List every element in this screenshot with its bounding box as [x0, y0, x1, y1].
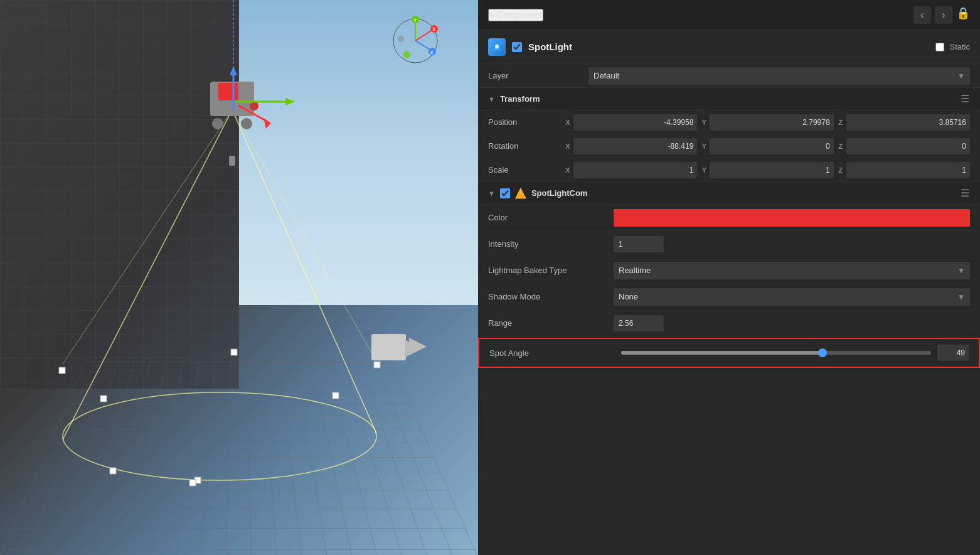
component-enabled-checkbox[interactable] — [512, 42, 522, 52]
lightmap-label: Lightmap Baked Type — [488, 266, 614, 275]
svg-line-24 — [415, 30, 433, 41]
spot-angle-slider-fill — [621, 351, 823, 355]
svg-text:Y: Y — [413, 18, 417, 23]
layer-select-wrapper: Default TransparentFX Ignore Raycast Wat… — [589, 67, 970, 85]
spot-angle-slider-thumb[interactable] — [818, 348, 827, 357]
shadow-row: Shadow Mode None Hard Shadows Soft Shado… — [478, 284, 980, 310]
transform-collapse-icon[interactable]: ▼ — [488, 95, 495, 103]
svg-point-31 — [398, 36, 404, 42]
position-x-field: X — [563, 114, 697, 131]
rotation-label: Rotation — [488, 141, 563, 151]
color-label: Color — [488, 213, 614, 222]
rotation-x-input[interactable] — [573, 138, 697, 154]
scale-z-input[interactable] — [846, 162, 970, 178]
topbar-nav: ‹ › 🔒 — [913, 6, 970, 24]
orientation-gizmo: Y X Z — [390, 16, 440, 66]
static-label: Static — [949, 42, 970, 51]
transform-menu-icon[interactable]: ☰ — [961, 93, 970, 105]
position-x-input[interactable] — [573, 114, 697, 131]
position-z-field: Z — [836, 114, 970, 131]
shadow-label: Shadow Mode — [488, 292, 614, 301]
y-axis-label: Y — [700, 119, 708, 126]
scale-z-field: Z — [836, 162, 970, 178]
shadow-select[interactable]: None Hard Shadows Soft Shadows — [614, 288, 970, 306]
rotation-y-input[interactable] — [710, 138, 833, 154]
range-row: Range — [478, 310, 980, 337]
spotlight-icon — [488, 38, 506, 56]
spot-angle-value-input[interactable] — [937, 345, 969, 361]
nav-next-button[interactable]: › — [935, 6, 952, 24]
svg-point-34 — [495, 45, 499, 48]
layer-select[interactable]: Default TransparentFX Ignore Raycast Wat… — [589, 67, 970, 85]
camera-object — [371, 334, 406, 360]
scale-y-field: Y — [700, 162, 833, 178]
position-row: Position X Y Z — [478, 110, 980, 134]
sky-panel — [239, 0, 478, 305]
rotation-row: Rotation X Y Z — [478, 134, 980, 158]
spot-angle-row: Spot Angle — [478, 338, 980, 368]
topbar-left: + Component — [488, 9, 543, 21]
rotation-y-field: Y — [700, 138, 833, 154]
spotlightcom-menu-icon[interactable]: ☰ — [961, 187, 970, 199]
scale-z-label: Z — [836, 166, 845, 174]
spot-angle-slider-track[interactable] — [621, 351, 931, 355]
add-component-button[interactable]: + Component — [488, 9, 543, 21]
spot-angle-label: Spot Angle — [489, 348, 615, 358]
grid-wall — [0, 0, 239, 389]
spotlightcom-title: SpotLightCom — [531, 188, 956, 198]
scale-y-input[interactable] — [710, 162, 833, 178]
scale-xyz: X Y Z — [563, 162, 970, 178]
position-z-input[interactable] — [846, 114, 970, 131]
nav-prev-button[interactable]: ‹ — [913, 6, 931, 24]
scale-x-field: X — [563, 162, 697, 178]
scale-x-input[interactable] — [573, 162, 697, 178]
viewport[interactable]: Y X Z — [0, 0, 478, 555]
transform-section-title: Transform — [500, 94, 956, 104]
static-checkbox[interactable] — [935, 43, 944, 51]
scale-x-label: X — [563, 166, 572, 174]
z-axis-label: Z — [836, 119, 845, 126]
scale-y-label: Y — [700, 166, 708, 174]
range-input[interactable] — [614, 315, 664, 331]
lightmap-row: Lightmap Baked Type Realtime Baked Mixed… — [478, 257, 980, 284]
static-area: Static — [935, 42, 970, 51]
rot-z-label: Z — [836, 143, 845, 150]
scale-row: Scale X Y Z — [478, 158, 980, 182]
layer-row: Layer Default TransparentFX Ignore Rayca… — [478, 64, 980, 88]
rot-x-label: X — [563, 143, 572, 150]
position-y-input[interactable] — [710, 114, 833, 131]
layer-label: Layer — [488, 71, 589, 80]
intensity-label: Intensity — [488, 239, 614, 249]
shadow-select-wrapper: None Hard Shadows Soft Shadows ▼ — [614, 288, 970, 306]
color-row: Color — [478, 205, 980, 231]
component-name: SpotLight — [528, 41, 929, 52]
range-label: Range — [488, 318, 614, 328]
svg-point-30 — [403, 51, 410, 58]
position-xyz: X Y Z — [563, 114, 970, 131]
transform-section-header: ▼ Transform ☰ — [478, 88, 980, 110]
spotlightcom-enabled-checkbox[interactable] — [500, 188, 510, 198]
position-y-field: Y — [700, 114, 833, 131]
svg-text:X: X — [432, 27, 435, 31]
rotation-xyz: X Y Z — [563, 138, 970, 154]
intensity-row: Intensity — [478, 231, 980, 257]
x-axis-label: X — [563, 119, 572, 126]
svg-text:Z: Z — [430, 50, 434, 55]
lamp-object — [207, 75, 251, 110]
rotation-z-field: Z — [836, 138, 970, 154]
lock-button[interactable]: 🔒 — [956, 6, 970, 24]
position-label: Position — [488, 117, 563, 127]
component-header: SpotLight Static — [478, 30, 980, 64]
color-swatch[interactable] — [614, 209, 970, 227]
inspector-topbar: + Component ‹ › 🔒 — [478, 0, 980, 30]
scale-label: Scale — [488, 165, 563, 175]
intensity-input[interactable] — [614, 236, 664, 252]
lightmap-select[interactable]: Realtime Baked Mixed — [614, 262, 970, 279]
svg-line-27 — [415, 41, 431, 50]
lightmap-select-wrapper: Realtime Baked Mixed ▼ — [614, 262, 970, 279]
spotlightcom-collapse-icon[interactable]: ▼ — [488, 190, 495, 197]
rotation-z-input[interactable] — [846, 138, 970, 154]
inspector-panel: + Component ‹ › 🔒 SpotLight Static Layer… — [478, 0, 980, 555]
rot-y-label: Y — [700, 143, 708, 150]
rotation-x-field: X — [563, 138, 697, 154]
